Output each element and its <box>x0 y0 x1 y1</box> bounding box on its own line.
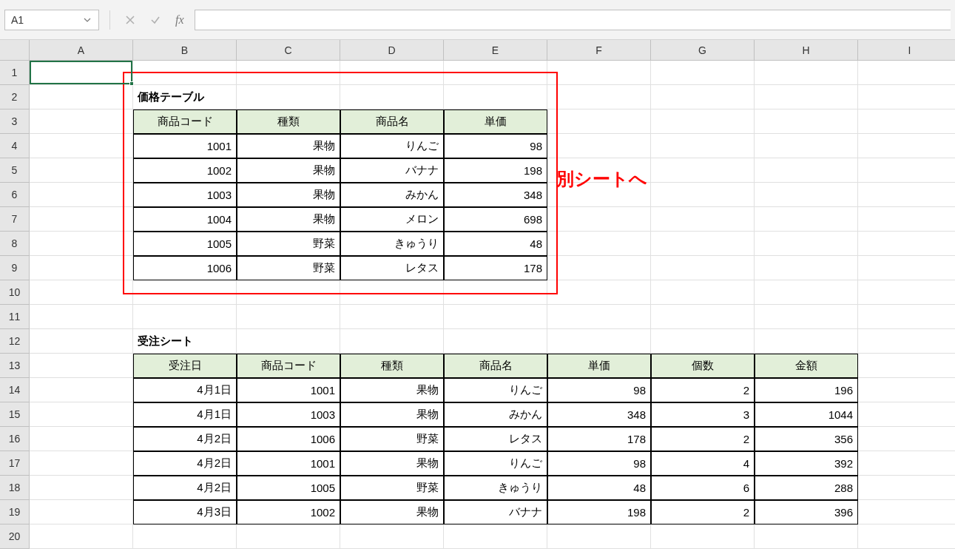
cell[interactable] <box>133 61 237 85</box>
cell[interactable] <box>340 85 444 109</box>
cell[interactable]: 果物 <box>340 451 444 476</box>
cell[interactable] <box>651 329 755 354</box>
cell[interactable] <box>30 500 133 524</box>
cell[interactable]: 果物 <box>237 207 340 232</box>
cell[interactable]: 2 <box>651 427 755 451</box>
row-header[interactable]: 19 <box>0 500 30 524</box>
cell[interactable]: 野菜 <box>340 427 444 451</box>
cell[interactable]: 果物 <box>340 378 444 402</box>
cell[interactable]: 356 <box>755 427 858 451</box>
cell[interactable]: レタス <box>444 427 547 451</box>
cell[interactable]: 商品コード <box>133 109 237 134</box>
formula-input[interactable] <box>195 10 951 30</box>
cell[interactable] <box>755 280 858 305</box>
cell[interactable]: 個数 <box>651 354 755 378</box>
column-header[interactable]: B <box>133 40 237 61</box>
cell[interactable]: 種類 <box>237 109 340 134</box>
cell[interactable] <box>30 183 133 207</box>
cell[interactable]: 4月1日 <box>133 378 237 402</box>
cell[interactable]: 2 <box>651 378 755 402</box>
cell[interactable]: りんご <box>444 451 547 476</box>
cell[interactable]: 348 <box>444 183 547 207</box>
cell[interactable]: 価格テーブル <box>133 85 237 109</box>
cell[interactable] <box>547 207 651 232</box>
row-header[interactable]: 15 <box>0 402 30 427</box>
cell[interactable] <box>547 329 651 354</box>
cell[interactable]: 1001 <box>237 378 340 402</box>
cell[interactable]: 1003 <box>237 402 340 427</box>
cell[interactable] <box>133 305 237 329</box>
cell[interactable] <box>30 305 133 329</box>
cell[interactable] <box>858 61 955 85</box>
cell[interactable]: 392 <box>755 451 858 476</box>
cell[interactable]: 4 <box>651 451 755 476</box>
cell[interactable]: 4月2日 <box>133 451 237 476</box>
cell[interactable] <box>237 329 340 354</box>
cell[interactable]: 1006 <box>133 256 237 280</box>
cell[interactable]: 288 <box>755 476 858 500</box>
cell[interactable]: 1004 <box>133 207 237 232</box>
column-header[interactable]: F <box>547 40 651 61</box>
cell[interactable]: 198 <box>547 500 651 524</box>
cell[interactable] <box>547 232 651 256</box>
cell[interactable] <box>30 524 133 549</box>
cell[interactable] <box>755 524 858 549</box>
cell[interactable] <box>547 305 651 329</box>
cell[interactable] <box>30 354 133 378</box>
cell[interactable]: 果物 <box>340 500 444 524</box>
cell[interactable]: 受注日 <box>133 354 237 378</box>
cell[interactable]: 196 <box>755 378 858 402</box>
cell[interactable] <box>651 183 755 207</box>
cell[interactable]: 種類 <box>340 354 444 378</box>
cell[interactable] <box>340 329 444 354</box>
cell[interactable] <box>858 256 955 280</box>
cell[interactable] <box>755 305 858 329</box>
select-all-corner[interactable] <box>0 40 30 61</box>
cell[interactable]: 金額 <box>755 354 858 378</box>
cell[interactable] <box>858 280 955 305</box>
cell[interactable] <box>237 305 340 329</box>
cell[interactable] <box>237 85 340 109</box>
column-header[interactable]: C <box>237 40 340 61</box>
row-header[interactable]: 11 <box>0 305 30 329</box>
cell[interactable] <box>547 524 651 549</box>
cell[interactable] <box>237 61 340 85</box>
cell[interactable] <box>30 207 133 232</box>
cell[interactable]: 1003 <box>133 183 237 207</box>
row-header[interactable]: 5 <box>0 158 30 183</box>
fx-icon[interactable]: fx <box>171 13 189 27</box>
cell[interactable] <box>547 256 651 280</box>
cell[interactable]: りんご <box>340 134 444 158</box>
cell[interactable] <box>755 134 858 158</box>
cell[interactable] <box>858 378 955 402</box>
chevron-down-icon[interactable] <box>82 15 92 25</box>
row-header[interactable]: 9 <box>0 256 30 280</box>
cell[interactable] <box>858 305 955 329</box>
cell[interactable] <box>30 85 133 109</box>
cell[interactable] <box>340 305 444 329</box>
cell[interactable]: 単価 <box>444 109 547 134</box>
cell[interactable]: 178 <box>444 256 547 280</box>
cell[interactable] <box>651 232 755 256</box>
cell[interactable]: 1006 <box>237 427 340 451</box>
cell[interactable]: 178 <box>547 427 651 451</box>
cell[interactable] <box>30 256 133 280</box>
cell[interactable]: 受注シート <box>133 329 237 354</box>
cell[interactable] <box>858 109 955 134</box>
cell[interactable] <box>30 109 133 134</box>
cell[interactable] <box>30 451 133 476</box>
row-header[interactable]: 10 <box>0 280 30 305</box>
cell[interactable]: 果物 <box>237 134 340 158</box>
row-header[interactable]: 12 <box>0 329 30 354</box>
cell[interactable] <box>755 158 858 183</box>
cell[interactable] <box>547 61 651 85</box>
cell[interactable] <box>858 158 955 183</box>
cell[interactable]: レタス <box>340 256 444 280</box>
cell[interactable] <box>340 280 444 305</box>
cell[interactable] <box>133 524 237 549</box>
cell[interactable] <box>858 402 955 427</box>
cell[interactable]: 果物 <box>237 183 340 207</box>
cell[interactable]: 3 <box>651 402 755 427</box>
row-header[interactable]: 16 <box>0 427 30 451</box>
cell[interactable] <box>133 280 237 305</box>
